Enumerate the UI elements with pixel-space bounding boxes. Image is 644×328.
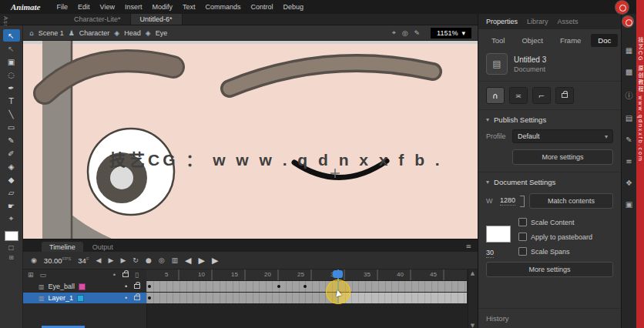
brush-tool[interactable]: ✐ xyxy=(3,147,20,159)
tab-library[interactable]: Library xyxy=(527,18,548,25)
zoom-level-select[interactable]: 1151% ▾ xyxy=(431,28,471,38)
breadcrumb-character[interactable]: Character xyxy=(79,29,110,37)
breadcrumb-eye[interactable]: Eye xyxy=(156,29,168,37)
layer-color-chip[interactable] xyxy=(77,295,84,302)
layer-visibility-toggle[interactable]: • xyxy=(124,295,128,302)
menu-debug[interactable]: Debug xyxy=(283,3,304,11)
layer-row-layer-1[interactable]: ▥ Layer_1 • xyxy=(23,293,146,303)
panel-menu-icon[interactable]: ≡ xyxy=(465,243,471,252)
edit-multiple-frames-button[interactable]: ▥ xyxy=(172,256,179,264)
components-panel-icon[interactable]: ❖ xyxy=(626,179,632,187)
publish-settings-header[interactable]: ▾ Publish Settings xyxy=(478,109,621,129)
tab-assets[interactable]: Assets xyxy=(558,18,579,25)
menu-insert[interactable]: Insert xyxy=(125,3,143,11)
frames-row-eye-ball[interactable] xyxy=(146,281,467,292)
menu-view[interactable]: View xyxy=(100,3,115,11)
eyedropper-tool[interactable]: ◆ xyxy=(3,173,20,186)
frame-ruler[interactable]: 5 10 15 20 25 30 35 40 45 xyxy=(146,269,467,280)
menu-text[interactable]: Text xyxy=(183,3,196,11)
tab-timeline[interactable]: Timeline xyxy=(42,242,83,252)
history-panel-header[interactable]: History xyxy=(478,308,621,328)
pen-tool[interactable]: ✒ xyxy=(3,82,20,94)
prev-keyframe-button[interactable]: ◀ xyxy=(185,256,191,266)
pencil-tool[interactable]: ✎ xyxy=(3,134,20,146)
next-keyframe-button[interactable]: ▶ xyxy=(212,256,218,266)
free-transform-tool[interactable]: ▣ xyxy=(3,55,20,68)
text-tool[interactable]: T xyxy=(3,95,20,107)
camera-icon[interactable]: ◉ xyxy=(31,256,37,264)
snap-magnet-button[interactable]: ∩ xyxy=(486,87,505,104)
menu-modify[interactable]: Modify xyxy=(152,3,173,11)
rectangle-tool[interactable]: ▭ xyxy=(3,121,20,133)
play-button[interactable]: ▶ xyxy=(108,256,113,264)
tab-properties[interactable]: Properties xyxy=(486,18,518,25)
checkbox-apply-to-pasteboard[interactable]: Apply to pasteboard xyxy=(518,229,592,244)
current-frame-input[interactable]: 34F xyxy=(78,256,89,265)
center-stage-icon[interactable]: ⌖ xyxy=(392,28,396,37)
layer-row-eye-ball[interactable]: ▥ Eye_ball • xyxy=(23,281,146,292)
selection-tool[interactable]: ↖ xyxy=(3,29,20,42)
hand-tool[interactable]: ☛ xyxy=(3,199,20,212)
onion-outline-button[interactable]: ◎ xyxy=(159,256,165,264)
menu-edit[interactable]: Edit xyxy=(78,3,90,11)
tab-output[interactable]: Output xyxy=(85,242,121,252)
edit-symbols-icon[interactable]: ✎ xyxy=(414,29,421,37)
doc-tab-character-lite[interactable]: Character-Lite* xyxy=(65,14,131,25)
checkbox-box[interactable] xyxy=(518,233,527,241)
document-settings-header[interactable]: ▾ Document Settings xyxy=(478,172,621,192)
stage-color-swatch[interactable] xyxy=(486,226,511,243)
eraser-tool[interactable]: ▱ xyxy=(3,186,20,199)
loop-button[interactable]: ↻ xyxy=(132,256,139,264)
lock-button[interactable] xyxy=(555,87,574,104)
info-panel-icon[interactable]: ⓘ xyxy=(626,89,633,101)
doc-tab-untitled-6[interactable]: Untitled-6* xyxy=(131,14,183,25)
step-forward-button[interactable]: ▶ xyxy=(120,256,126,264)
stage-canvas[interactable]: 技艺CG ： w w w . q d n x x f b . xyxy=(23,41,478,239)
menu-panel-icon[interactable]: ≡ xyxy=(626,157,632,166)
play-large-button[interactable]: ▶ xyxy=(199,256,205,266)
frames-row-layer-1[interactable] xyxy=(146,293,467,303)
link-dimensions-icon[interactable] xyxy=(520,196,525,207)
layer-lock-toggle[interactable] xyxy=(134,296,140,300)
frame-rate-input[interactable]: 30.00FPS xyxy=(44,256,71,265)
stroke-color-icon[interactable]: □ xyxy=(8,244,15,251)
layer-lock-toggle[interactable] xyxy=(134,284,140,289)
checkbox-scale-spans[interactable]: Scale Spans xyxy=(518,244,592,259)
checkbox-box[interactable] xyxy=(518,218,527,226)
outline-column-icon[interactable]: ▯ xyxy=(135,271,139,279)
onion-skin-button[interactable]: ● xyxy=(146,256,152,264)
breadcrumb-scene[interactable]: Scene 1 xyxy=(39,29,64,37)
snap-align-button[interactable]: ≍ xyxy=(509,87,528,104)
camera-icon[interactable]: ◎ xyxy=(402,29,408,37)
fill-color-swatch[interactable] xyxy=(5,231,18,241)
lasso-tool[interactable]: ◌ xyxy=(3,69,20,81)
checkbox-scale-content[interactable]: Scale Content xyxy=(518,215,592,229)
doc-more-settings-button[interactable]: More settings xyxy=(486,262,613,277)
brush-panel-icon[interactable]: ✎ xyxy=(626,136,632,144)
show-hide-column-icon[interactable]: • xyxy=(112,271,116,279)
lock-column-icon[interactable] xyxy=(122,273,129,277)
add-layer-icon[interactable]: ⊞ xyxy=(28,271,34,279)
breadcrumb-head[interactable]: Head xyxy=(124,29,141,37)
color-panel-icon[interactable]: ▩ xyxy=(626,68,632,76)
line-tool[interactable]: ╲ xyxy=(3,108,20,120)
library-panel-icon[interactable]: ▣ xyxy=(626,200,632,209)
zoom-tool[interactable]: ⌖ xyxy=(3,213,20,225)
scene-home-icon[interactable]: ⌂ xyxy=(29,29,34,37)
tab-object[interactable]: Object xyxy=(515,34,549,47)
match-contents-button[interactable]: Match contents xyxy=(529,193,613,209)
menu-control[interactable]: Control xyxy=(250,3,273,11)
checkbox-box[interactable] xyxy=(518,247,527,256)
add-folder-icon[interactable]: ▭ xyxy=(40,271,47,279)
fps-input[interactable]: 30 xyxy=(486,249,494,258)
layer-name[interactable]: Eye_ball xyxy=(49,283,75,290)
subselection-tool[interactable]: ↖ xyxy=(3,42,20,55)
layer-color-chip[interactable] xyxy=(79,283,86,290)
layer-name[interactable]: Layer_1 xyxy=(49,294,74,302)
toolbar-options-icon[interactable]: ⊞ xyxy=(8,254,14,261)
swatches-panel-icon[interactable]: ▤ xyxy=(626,114,632,122)
scroll-down-icon[interactable]: ▼ xyxy=(471,323,475,328)
menu-commands[interactable]: Commands xyxy=(205,3,240,11)
menu-file[interactable]: File xyxy=(57,3,69,11)
stage-width-input[interactable]: 1280 xyxy=(500,196,515,206)
